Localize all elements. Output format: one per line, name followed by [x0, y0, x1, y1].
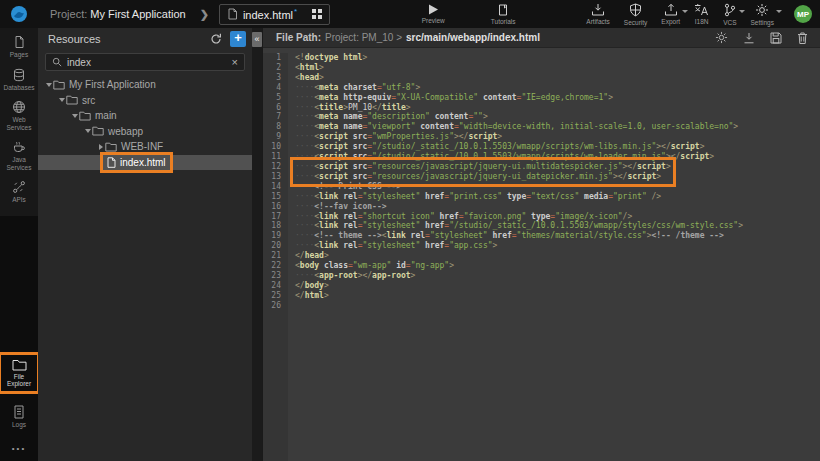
code-line-5[interactable]: ····<meta http-equiv="X-UA-Compatible" c…	[295, 93, 820, 103]
line-number[interactable]: 15	[263, 192, 281, 202]
code-line-23[interactable]: ····<app-root></app-root>	[295, 271, 820, 281]
sidebar-item-file-explorer[interactable]: File Explorer	[0, 354, 38, 392]
line-number[interactable]: 2	[263, 63, 281, 73]
code-line-4[interactable]: ····<meta charset="utf-8">	[295, 83, 820, 93]
collapse-panel-button[interactable]: «	[252, 32, 262, 47]
line-number[interactable]: 23	[263, 271, 281, 281]
vcs-button[interactable]: VCS	[723, 3, 736, 26]
clear-search-icon[interactable]: ×	[232, 56, 238, 68]
download-file-icon[interactable]	[743, 32, 755, 44]
book-icon	[497, 4, 509, 16]
sidebar-item-java-services[interactable]: Java Services	[0, 135, 38, 175]
tab-index-html[interactable]: index.html*	[219, 4, 330, 25]
user-avatar[interactable]: MP	[794, 5, 812, 23]
line-number[interactable]: 26	[263, 301, 281, 311]
caret-right-icon[interactable]	[99, 144, 103, 150]
line-number[interactable]: 5	[263, 93, 281, 103]
code-line-9[interactable]: ····<script src="wmProperties.js"></scri…	[295, 132, 820, 142]
line-number[interactable]: 6	[263, 103, 281, 113]
code-line-26[interactable]	[295, 301, 820, 311]
line-number[interactable]: 24	[263, 281, 281, 291]
code-line-16[interactable]: ····<!--fav icon-->	[295, 202, 820, 212]
search-input[interactable]	[67, 57, 227, 68]
more-options-icon[interactable]: •••	[0, 440, 38, 457]
file-path-bar: File Path: Project: PM_10 > src/main/web…	[263, 28, 820, 48]
line-number[interactable]: 25	[263, 291, 281, 301]
refresh-icon[interactable]	[210, 33, 222, 45]
line-number-gutter[interactable]: 1234567891011121314151617181920212223242…	[263, 53, 288, 461]
line-number[interactable]: 20	[263, 241, 281, 251]
code-line-3[interactable]: <head>	[295, 73, 820, 83]
file-path-label: File Path:	[276, 32, 321, 43]
code-line-20[interactable]: ····<link rel="stylesheet" href="app.css…	[295, 241, 820, 251]
chevron-right-icon[interactable]: ❯	[200, 8, 209, 21]
code-line-8[interactable]: ····<meta name="viewport" content="width…	[295, 122, 820, 132]
code-line-14[interactable]: ····<!-- Print CSS -->	[295, 182, 820, 192]
code-line-10[interactable]: ····<script src="/studio/_static_/10.0.1…	[295, 142, 820, 152]
artifacts-icon	[591, 3, 605, 16]
line-number[interactable]: 9	[263, 132, 281, 142]
line-number[interactable]: 8	[263, 122, 281, 132]
export-button[interactable]: Export	[661, 3, 680, 25]
save-file-icon[interactable]	[770, 32, 782, 44]
sidebar-item-pages[interactable]: Pages	[0, 30, 38, 63]
tutorials-button[interactable]: Tutorials	[491, 4, 516, 25]
line-number[interactable]: 21	[263, 251, 281, 261]
tree-item-web-inf[interactable]: WEB-INF	[38, 139, 252, 155]
sidebar-item-logs[interactable]: Logs	[0, 400, 38, 433]
line-number[interactable]: 12	[263, 162, 281, 172]
code-line-6[interactable]: ····<title>PM_10</title>	[295, 103, 820, 113]
security-button[interactable]: Security	[624, 3, 647, 26]
sidebar-item-databases[interactable]: Databases	[0, 63, 38, 96]
code-content[interactable]: <!doctype html><html><head>····<meta cha…	[288, 53, 820, 461]
tree-item-main[interactable]: main	[38, 108, 252, 124]
caret-down-icon[interactable]	[85, 129, 91, 133]
preview-button[interactable]: Preview	[422, 4, 445, 24]
code-line-7[interactable]: ····<meta name="description" content="">	[295, 112, 820, 122]
app-logo[interactable]	[0, 5, 38, 23]
code-editor: File Path: Project: PM_10 > src/main/web…	[262, 28, 820, 461]
line-number[interactable]: 19	[263, 231, 281, 241]
settings-button[interactable]: Settings	[751, 3, 775, 26]
tree-item-my-first-application[interactable]: My First Application	[38, 77, 252, 93]
caret-down-icon[interactable]	[59, 98, 65, 102]
code-line-12[interactable]: ····<script src="resources/javascript/jq…	[295, 162, 671, 172]
code-line-19[interactable]: ····<!-- theme --><link rel="stylesheet"…	[295, 231, 820, 241]
code-line-1[interactable]: <!doctype html>	[295, 53, 820, 63]
code-line-25[interactable]: </html>	[295, 291, 820, 301]
code-line-15[interactable]: ····<link rel="stylesheet" href="print.c…	[295, 192, 820, 202]
code-line-18[interactable]: ····<link rel="stylesheet" href="/studio…	[295, 221, 820, 231]
sidebar-item-apis[interactable]: APIs	[0, 175, 38, 208]
code-line-24[interactable]: </body>	[295, 281, 820, 291]
line-number[interactable]: 7	[263, 112, 281, 122]
code-line-21[interactable]: </head>	[295, 251, 820, 261]
line-number[interactable]: 17	[263, 212, 281, 222]
line-number[interactable]: 10	[263, 142, 281, 152]
editor-settings-gear-icon[interactable]	[715, 31, 728, 44]
tree-item-webapp[interactable]: webapp	[38, 124, 252, 140]
add-resource-button[interactable]: +	[230, 31, 246, 47]
tree-item-index-html[interactable]: index.html	[38, 155, 252, 171]
line-number[interactable]: 1	[263, 53, 281, 63]
delete-file-icon[interactable]	[797, 32, 808, 44]
tree-item-src[interactable]: src	[38, 93, 252, 109]
line-number[interactable]: 11	[263, 152, 281, 162]
line-number[interactable]: 14	[263, 182, 281, 192]
code-line-2[interactable]: <html>	[295, 63, 820, 73]
code-line-13[interactable]: ····<script src="resources/javascript/jq…	[295, 172, 671, 182]
caret-down-icon[interactable]	[46, 83, 52, 87]
code-line-17[interactable]: ····<link rel="shortcut icon" href="favi…	[295, 212, 820, 222]
sidebar-item-web-services[interactable]: Web Services	[0, 95, 38, 135]
i18n-button[interactable]: I18N	[694, 3, 709, 25]
dashboard-grid-icon[interactable]	[312, 9, 322, 19]
line-number[interactable]: 22	[263, 261, 281, 271]
line-number[interactable]: 16	[263, 202, 281, 212]
line-number[interactable]: 18	[263, 221, 281, 231]
caret-down-icon[interactable]	[72, 114, 78, 118]
line-number[interactable]: 4	[263, 83, 281, 93]
code-line-22[interactable]: <body class="wm-app" id="ng-app">	[295, 261, 820, 271]
artifacts-button[interactable]: Artifacts	[586, 3, 609, 25]
line-number[interactable]: 13	[263, 172, 281, 182]
code-line-11[interactable]: ····<script src="/studio/_static_/10.0.1…	[295, 152, 820, 162]
line-number[interactable]: 3	[263, 73, 281, 83]
